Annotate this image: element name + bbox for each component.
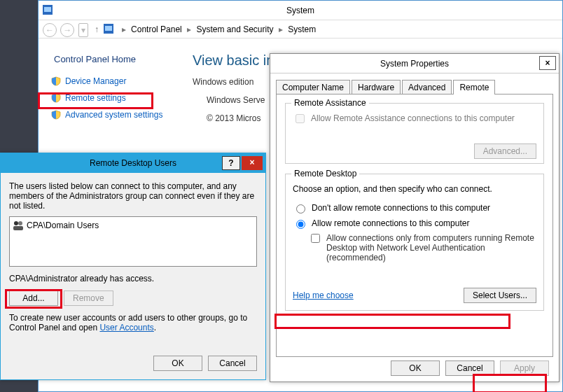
nav-forward-button[interactable]: → (60, 23, 74, 37)
window-title: System (286, 6, 314, 15)
nav-back-button[interactable]: ← (43, 23, 57, 37)
dialog-title: Remote Desktop Users (90, 158, 176, 168)
chevron-right-icon: ▸ (276, 24, 286, 34)
users-listbox[interactable]: CPA\Domain Users (9, 216, 257, 267)
remote-assistance-group: Remote Assistance Allow Remote Assistanc… (285, 103, 544, 164)
dialog-title: System Properties (380, 59, 449, 69)
sidebar: Control Panel Home Device Manager Remote… (39, 40, 186, 123)
chevron-right-icon: ▸ (184, 24, 194, 34)
svg-point-4 (14, 221, 18, 225)
dialog-title-bar[interactable]: Remote Desktop Users ? × (1, 153, 265, 173)
svg-point-5 (18, 221, 22, 225)
breadcrumb-seg-system-security[interactable]: System and Security (196, 24, 273, 34)
apply-button[interactable]: Apply (500, 360, 549, 376)
footer-text: To create new user accounts or add users… (9, 313, 257, 332)
dialog-title-bar[interactable]: System Properties × (270, 54, 559, 74)
select-users-button[interactable]: Select Users... (464, 288, 536, 303)
breadcrumb-bar: ← → ▾ ↑ ▸ Control Panel ▸ System and Sec… (39, 20, 562, 38)
shield-icon (51, 93, 61, 103)
system-properties-dialog: System Properties × Computer Name Hardwa… (270, 53, 559, 382)
radio-label: Allow remote connections to this compute… (312, 218, 469, 228)
allow-remote-radio[interactable]: Allow remote connections to this compute… (293, 218, 536, 229)
advanced-system-settings-link[interactable]: Advanced system settings (47, 106, 186, 123)
tab-computer-name[interactable]: Computer Name (276, 80, 350, 94)
close-button[interactable]: × (539, 56, 556, 70)
tab-strip: Computer Name Hardware Advanced Remote (276, 79, 553, 94)
system-icon (43, 5, 53, 15)
svg-rect-6 (13, 226, 23, 230)
dialog-button-row: OK Cancel Apply (270, 360, 559, 376)
chevron-right-icon: ▸ (119, 24, 129, 34)
window-title-bar[interactable]: System (39, 1, 562, 20)
link-label: Advanced system settings (65, 110, 162, 120)
breadcrumb-seg-control-panel[interactable]: Control Panel (131, 24, 182, 34)
remote-desktop-users-dialog: Remote Desktop Users ? × The users liste… (0, 153, 266, 380)
close-button[interactable]: × (242, 156, 263, 170)
nav-dropdown-button[interactable]: ▾ (78, 23, 88, 37)
description-text: The users listed below can connect to th… (9, 181, 257, 211)
help-me-choose-link[interactable]: Help me choose (293, 290, 354, 300)
advanced-button[interactable]: Advanced... (474, 144, 536, 159)
cancel-button[interactable]: Cancel (208, 356, 257, 371)
help-button[interactable]: ? (222, 156, 240, 170)
control-panel-home-link[interactable]: Control Panel Home (47, 54, 186, 73)
group-legend: Remote Assistance (291, 98, 369, 108)
remote-settings-link[interactable]: Remote settings (47, 90, 186, 106)
nla-checkbox[interactable]: Allow connections only from computers ru… (308, 233, 536, 262)
cancel-button[interactable]: Cancel (445, 360, 494, 376)
already-has-access-text: CPA\Administrator already has access. (9, 274, 257, 284)
remote-tab-pane: Remote Assistance Allow Remote Assistanc… (276, 94, 553, 357)
svg-rect-3 (105, 26, 112, 31)
remove-button[interactable]: Remove (64, 290, 113, 306)
radio-input[interactable] (296, 220, 305, 229)
shield-icon (51, 110, 61, 120)
allow-remote-assistance-checkbox[interactable]: Allow Remote Assistance connections to t… (293, 113, 536, 125)
ok-button[interactable]: OK (391, 360, 440, 376)
radio-label: Don't allow remote connections to this c… (312, 203, 490, 213)
shield-icon (51, 76, 61, 86)
breadcrumb-seg-system[interactable]: System (288, 24, 316, 34)
list-item[interactable]: CPA\Domain Users (13, 220, 253, 231)
system-icon (104, 24, 113, 34)
deny-remote-radio[interactable]: Don't allow remote connections to this c… (293, 202, 536, 214)
checkbox-input[interactable] (311, 234, 320, 243)
choose-text: Choose an option, and then specify who c… (293, 184, 536, 194)
checkbox-input[interactable] (296, 114, 305, 123)
ok-button[interactable]: OK (153, 356, 202, 371)
users-icon (13, 220, 24, 231)
up-icon[interactable]: ↑ (92, 24, 102, 34)
user-accounts-link[interactable]: User Accounts (99, 323, 153, 332)
svg-rect-1 (44, 7, 51, 12)
edition-label: Windows edition (193, 77, 270, 87)
link-label: Remote settings (65, 93, 126, 103)
tab-hardware[interactable]: Hardware (352, 80, 401, 94)
checkbox-label: Allow connections only from computers ru… (326, 233, 536, 262)
device-manager-link[interactable]: Device Manager (47, 73, 186, 90)
add-button[interactable]: Add... (9, 290, 58, 306)
tab-remote[interactable]: Remote (453, 80, 495, 94)
radio-input[interactable] (296, 204, 305, 214)
list-item-label: CPA\Domain Users (27, 220, 99, 230)
group-legend: Remote Desktop (291, 169, 359, 178)
link-label: Device Manager (65, 76, 126, 86)
checkbox-label: Allow Remote Assistance connections to t… (311, 113, 515, 123)
tab-advanced[interactable]: Advanced (402, 80, 452, 94)
remote-desktop-group: Remote Desktop Choose an option, and the… (285, 174, 544, 311)
